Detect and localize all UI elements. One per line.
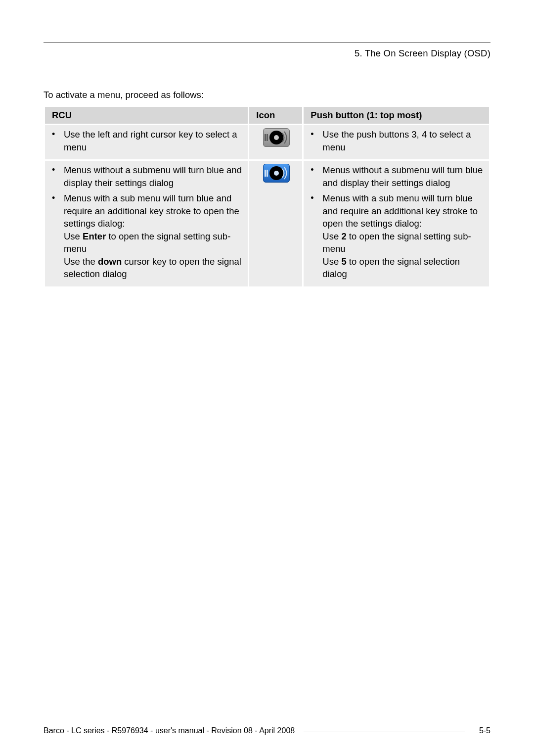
text: Use — [322, 256, 341, 267]
list-item: Menus with a sub menu will turn blue and… — [52, 192, 242, 281]
list-item: Use the left and right cursor key to sel… — [52, 128, 242, 153]
header-rule — [44, 43, 490, 43]
list-item: Menus without a submenu will turn blue a… — [52, 164, 242, 189]
remote-icon-blue-icon — [263, 164, 290, 183]
menu-activation-table: RCU Icon Push button (1: top most) Use t… — [44, 105, 490, 288]
text: Use — [322, 231, 341, 241]
footer-page-number: 5-5 — [479, 726, 490, 735]
col-header-rcu: RCU — [45, 107, 248, 124]
list-item: Use the push buttons 3, 4 to select a me… — [311, 128, 483, 153]
rcu-cell: Menus without a submenu will turn blue a… — [45, 161, 248, 286]
text: Menus with a sub menu will turn blue and… — [64, 193, 239, 229]
header-section-title: 5. The On Screen Display (OSD) — [44, 48, 490, 59]
text: Use the — [64, 256, 98, 267]
intro-text: To activate a menu, proceed as follows: — [44, 90, 490, 100]
rcu-cell: Use the left and right cursor key to sel… — [45, 125, 248, 159]
table-header-row: RCU Icon Push button (1: top most) — [45, 107, 489, 124]
push-cell: Menus without a submenu will turn blue a… — [304, 161, 489, 286]
table-row: Use the left and right cursor key to sel… — [45, 125, 489, 159]
remote-icon-grey-icon — [263, 128, 290, 147]
bold-enter: Enter — [83, 231, 106, 241]
list-item: Menus with a sub menu will turn blue and… — [311, 192, 483, 281]
col-header-push: Push button (1: top most) — [304, 107, 489, 124]
text: Use — [64, 231, 83, 241]
text: Menus with a sub menu will turn blue and… — [322, 193, 478, 229]
bold-5: 5 — [341, 256, 346, 267]
bold-2: 2 — [341, 231, 346, 241]
table-row: Menus without a submenu will turn blue a… — [45, 161, 489, 286]
icon-cell — [249, 161, 302, 286]
footer-left: Barco - LC series - R5976934 - user's ma… — [44, 726, 295, 735]
icon-cell — [249, 125, 302, 159]
page: 5. The On Screen Display (OSD) To activa… — [0, 0, 534, 756]
list-item: Menus without a submenu will turn blue a… — [311, 164, 483, 189]
footer-rule — [304, 731, 465, 731]
col-header-icon: Icon — [249, 107, 302, 124]
push-cell: Use the push buttons 3, 4 to select a me… — [304, 125, 489, 159]
bold-down: down — [98, 256, 122, 267]
page-footer: Barco - LC series - R5976934 - user's ma… — [44, 726, 490, 735]
